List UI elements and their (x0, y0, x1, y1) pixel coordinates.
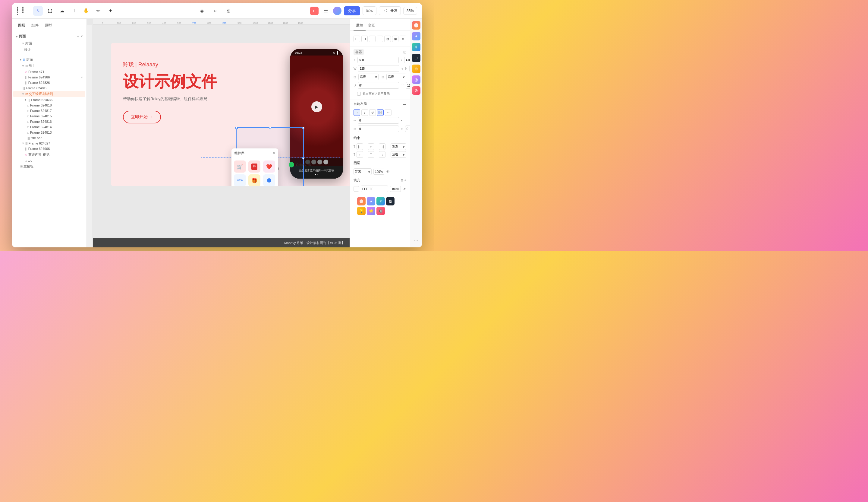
share-button[interactable]: 分享 (344, 6, 360, 16)
fill-hex-input[interactable] (361, 185, 388, 192)
layer-top[interactable]: □ top (13, 158, 85, 163)
sidebar-icon-3[interactable]: ✳ (412, 43, 421, 51)
tab-interaction[interactable]: 交互 (365, 21, 378, 30)
cv-1[interactable]: ↑ (356, 151, 363, 158)
fill-section[interactable]: 填充 ⊞ + (350, 176, 410, 184)
cta-button[interactable]: 立即开始 → (123, 111, 161, 123)
comp-gift[interactable]: 🎁 (248, 174, 260, 186)
comp-new[interactable]: NEW (234, 174, 246, 186)
menu-btn-2[interactable]: ☰ (321, 6, 331, 16)
x-input[interactable] (358, 57, 399, 63)
shape-tool[interactable]: ☁ (57, 6, 67, 16)
cv-2[interactable]: ⊤ (368, 151, 374, 158)
align-center-v[interactable]: ⊡ (384, 36, 391, 42)
auto-layout-minus[interactable]: — (403, 102, 406, 106)
plugin-icon-2[interactable]: ★ (367, 197, 375, 205)
align-center-h[interactable]: ⊣ (361, 36, 368, 42)
comp-coupon[interactable]: 券 (248, 161, 260, 172)
star-tool[interactable]: ✦ (105, 6, 115, 16)
plugin-icon-1[interactable] (357, 197, 365, 205)
pen-tool[interactable]: ✏ (93, 6, 103, 16)
al-wrap[interactable]: ↺ (369, 109, 376, 116)
layer-f624826[interactable]: ||| Frame 624826 (13, 80, 85, 86)
layer-titlebar[interactable]: ||| title bar (13, 135, 85, 141)
layer-f624819[interactable]: ||| Frame 624819 (13, 86, 85, 91)
select-tool[interactable]: ↖ (33, 6, 43, 16)
layer-f624966[interactable]: ||| Frame 624966 ∨ (13, 74, 85, 80)
component-tool[interactable]: ◈ (197, 6, 207, 16)
tab-components[interactable]: 组件 (29, 21, 41, 30)
handle-tm[interactable] (269, 127, 271, 129)
code-button[interactable]: 〈〉 开发 (379, 6, 401, 15)
layer-f624815[interactable]: □ Frame 624815 (13, 113, 85, 119)
popup-close[interactable]: ✕ (272, 151, 275, 155)
corner-input[interactable] (406, 82, 410, 89)
align-top[interactable]: ⊥ (377, 36, 383, 42)
rotation-input[interactable] (358, 82, 399, 89)
plugin-icon-3[interactable]: ✳ (376, 197, 385, 205)
sidebar-icon-collapse[interactable]: ··· (412, 237, 421, 245)
fill-color-swatch[interactable] (353, 186, 359, 192)
constraint-h-select[interactable]: 靠左 ∨ (391, 143, 406, 150)
al-more[interactable]: ··· (385, 109, 392, 116)
layer-section[interactable]: 图层 (350, 159, 410, 167)
layer-frame471[interactable]: ◇ Frame 471 (13, 69, 85, 74)
ch-3[interactable]: →| (379, 143, 385, 150)
zoom-button[interactable]: 85% (403, 7, 417, 15)
layer-f624814[interactable]: □ Frame 624814 (13, 124, 85, 130)
blend-select[interactable]: 穿透 ∨ (353, 168, 372, 175)
layer-f624817[interactable]: □ Frame 624817 (13, 108, 85, 113)
plugin-icon-7[interactable]: 🔘 (376, 207, 385, 215)
w-input[interactable] (358, 65, 399, 72)
layer-f624827[interactable]: ▼ ||| Frame 624827 (13, 141, 85, 146)
comp-heart[interactable]: ❤️ (263, 161, 275, 172)
layer-interaction[interactable]: ▼ ⇄ 交互设置-跳转到 (13, 91, 85, 97)
handle-mr[interactable] (302, 157, 304, 159)
al-col-input[interactable] (405, 126, 410, 132)
fill-eye-icon[interactable]: 👁 (403, 187, 406, 191)
sidebar-icon-4[interactable]: ⊡ (412, 54, 421, 62)
al-down[interactable]: ↓ (361, 109, 368, 116)
pages-expand-btn[interactable]: ∨ (81, 34, 83, 39)
container-expand[interactable]: ⊡ (403, 50, 406, 54)
auto-layout-section[interactable]: 自动布局 — (350, 100, 410, 108)
y-input[interactable] (404, 57, 410, 63)
tab-prototype[interactable]: 原型 (42, 21, 54, 30)
opacity-input[interactable] (373, 169, 384, 175)
layer-f624813[interactable]: □ Frame 624813 (13, 130, 85, 135)
layer-visual[interactable]: ◇ 商详内容-视觉 (13, 151, 85, 158)
al-right[interactable]: → (353, 109, 360, 116)
layer-mainbtn[interactable]: ⊞ 主按钮 (13, 163, 85, 170)
layer-f624966b[interactable]: ||| Frame 624966 (13, 146, 85, 151)
plugin-icon-4[interactable]: 🖼 (386, 197, 394, 205)
add-page-btn[interactable]: + (77, 34, 79, 39)
plugin-icon-6[interactable]: 🌟 (367, 207, 375, 215)
fill-opacity-input[interactable] (390, 186, 401, 192)
plugin-btn[interactable]: P (310, 7, 319, 15)
eye-icon[interactable]: 👁 (386, 170, 390, 174)
handle-tr[interactable] (302, 127, 304, 129)
ch-2[interactable]: ⊢ (368, 143, 374, 150)
demo-button[interactable]: 演示 (363, 6, 376, 15)
hand-tool[interactable]: ✋ (81, 6, 91, 16)
sidebar-icon-6[interactable]: ◎ (412, 76, 421, 84)
fill-grid-icon[interactable]: ⊞ (401, 178, 403, 182)
comp-cart[interactable]: 🛒 (234, 161, 246, 172)
al-pad-input[interactable] (358, 126, 399, 132)
al-align[interactable] (377, 109, 384, 116)
constraints-section[interactable]: 约束 (350, 134, 410, 142)
overflow-checkbox[interactable] (357, 92, 361, 96)
canvas-content[interactable]: 封面 羚珑 | Relaaay 设计示例文件 帮助你快速了解Relay的基础编辑… (93, 25, 350, 238)
grid-menu-icon[interactable] (17, 7, 27, 15)
sidebar-icon-7[interactable]: ⊗ (412, 86, 421, 95)
ch-1[interactable]: |← (356, 143, 363, 150)
cv-3[interactable]: ↓ (379, 151, 385, 158)
al-gap-input[interactable] (358, 117, 399, 124)
copy-tool[interactable]: ⎘ (224, 6, 233, 16)
constraint-v-select[interactable]: 顶端 ∨ (391, 151, 406, 158)
sidebar-icon-1[interactable] (412, 21, 421, 30)
align-left[interactable]: ⊢ (353, 36, 360, 42)
adapt-y-select[interactable]: 适应 ∨ (386, 74, 406, 80)
tab-properties[interactable]: 属性 (353, 21, 365, 30)
layer-f624636[interactable]: ▼ ||| Frame 624636 (13, 97, 85, 103)
